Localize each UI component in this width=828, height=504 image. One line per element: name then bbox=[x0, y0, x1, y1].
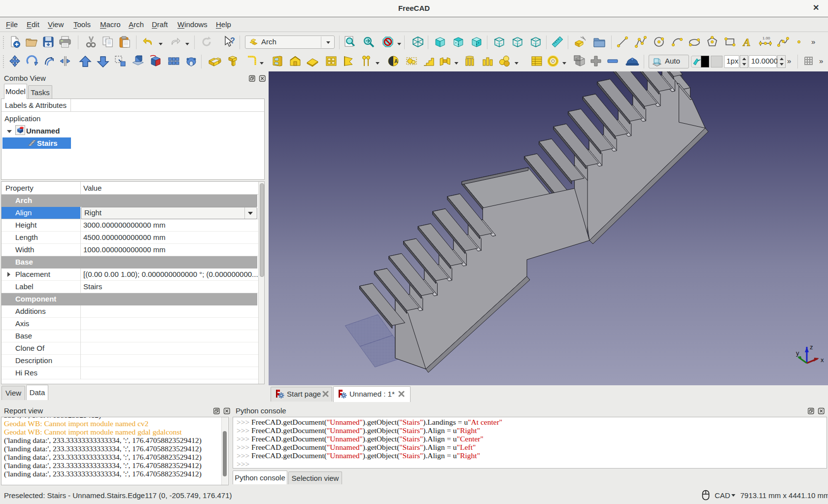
svg-text:A: A bbox=[394, 59, 398, 64]
svg-text:x: x bbox=[821, 356, 824, 364]
svg-text:y: y bbox=[796, 349, 799, 357]
svg-text:A: A bbox=[742, 36, 751, 48]
svg-text:?: ? bbox=[230, 36, 235, 45]
svg-text:1.00: 1.00 bbox=[762, 36, 770, 40]
svg-text:z: z bbox=[810, 343, 813, 351]
